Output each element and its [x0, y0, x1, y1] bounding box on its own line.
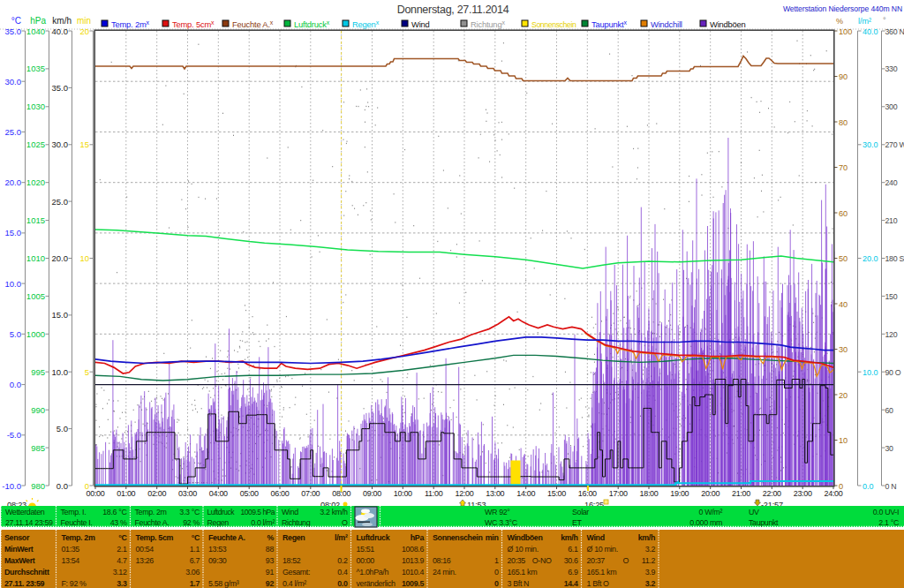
svg-text:15.0: 15.0	[5, 228, 22, 237]
svg-text:07:00: 07:00	[301, 489, 320, 498]
svg-text:°C: °C	[118, 533, 127, 542]
svg-text:17:00: 17:00	[609, 489, 628, 498]
svg-text:15:51: 15:51	[357, 545, 375, 554]
svg-text:330: 330	[885, 64, 898, 73]
svg-text:0: 0	[494, 568, 499, 577]
svg-text:1.1: 1.1	[190, 545, 200, 554]
svg-text:18:00: 18:00	[639, 489, 658, 498]
svg-text:0: 0	[494, 579, 499, 588]
svg-text:F: 92 %: F: 92 %	[62, 579, 87, 588]
svg-text:10: 10	[839, 436, 848, 445]
svg-text:Regen: Regen	[282, 533, 305, 542]
svg-text:985: 985	[31, 443, 45, 453]
svg-text:13:00: 13:00	[486, 489, 504, 498]
svg-text:270 W: 270 W	[885, 140, 904, 149]
svg-text:30.0: 30.0	[5, 77, 22, 87]
svg-text:30.6: 30.6	[564, 556, 578, 565]
svg-text:30: 30	[885, 444, 894, 453]
svg-text:°: °	[883, 16, 886, 25]
svg-text:00:54: 00:54	[136, 545, 154, 554]
svg-text:980: 980	[31, 481, 45, 491]
svg-text:veränderlich: veränderlich	[357, 579, 396, 588]
svg-text:6.7: 6.7	[190, 556, 200, 565]
svg-text:Sensor: Sensor	[4, 533, 30, 542]
svg-text:0.4 l/m²: 0.4 l/m²	[282, 579, 306, 588]
svg-text:MinWert: MinWert	[4, 545, 34, 554]
svg-text:35.0: 35.0	[52, 83, 69, 93]
svg-text:04:00: 04:00	[209, 489, 228, 498]
svg-text:Richtungx: Richtungx	[471, 19, 505, 29]
svg-text:Windchill: Windchill	[651, 19, 682, 29]
svg-text:12:00: 12:00	[455, 489, 473, 498]
svg-text:Feuchte A.: Feuchte A.	[135, 518, 170, 527]
svg-text:25.0: 25.0	[5, 127, 22, 137]
svg-text:1 Bft O: 1 Bft O	[587, 579, 610, 588]
svg-text:Wetterdaten: Wetterdaten	[5, 508, 45, 516]
svg-text:ET: ET	[572, 518, 583, 527]
svg-text:13:53: 13:53	[208, 545, 227, 554]
svg-text:20: 20	[79, 26, 89, 36]
svg-text:Solar: Solar	[572, 508, 589, 516]
svg-text:240: 240	[885, 178, 898, 187]
svg-text:WR 92°: WR 92°	[485, 508, 510, 516]
svg-text:1010.4: 1010.4	[402, 568, 424, 577]
svg-text:2.1: 2.1	[117, 545, 127, 554]
svg-text:1000: 1000	[26, 329, 45, 339]
svg-text:^1.0hPa/h: ^1.0hPa/h	[357, 568, 389, 577]
svg-text:0.2: 0.2	[337, 556, 348, 565]
svg-text:40: 40	[839, 300, 848, 309]
svg-text:Luftdruckx: Luftdruckx	[294, 19, 330, 29]
svg-text:%: %	[267, 533, 274, 542]
svg-text:10.0: 10.0	[863, 368, 878, 377]
svg-text:Wetterstation Niedersorpe 440m: Wetterstation Niedersorpe 440m NN	[783, 4, 902, 13]
svg-text:0.4: 0.4	[337, 568, 348, 577]
svg-text:O: O	[622, 556, 629, 565]
svg-text:25.0: 25.0	[52, 197, 69, 207]
svg-text:Wind: Wind	[587, 533, 605, 542]
svg-text:11.2: 11.2	[642, 556, 656, 565]
svg-text:165.1 km: 165.1 km	[587, 568, 617, 577]
svg-text:10.0: 10.0	[5, 279, 22, 289]
svg-text:3 Bft N: 3 Bft N	[508, 579, 530, 588]
svg-text:O-NO: O-NO	[532, 556, 552, 565]
svg-text:3.3: 3.3	[117, 579, 127, 588]
svg-text:3.9: 3.9	[645, 568, 656, 577]
svg-text:09:00: 09:00	[363, 489, 381, 498]
svg-text:92 %: 92 %	[183, 518, 200, 527]
svg-text:20.0: 20.0	[5, 177, 22, 187]
svg-text:0 W/m²: 0 W/m²	[699, 508, 723, 516]
svg-text:0.0: 0.0	[10, 380, 21, 389]
svg-text:09:30: 09:30	[208, 556, 227, 565]
svg-text:01:00: 01:00	[117, 489, 135, 498]
svg-text:20:37: 20:37	[587, 556, 606, 565]
svg-text:13:54: 13:54	[62, 556, 80, 565]
svg-text:°C: °C	[192, 533, 200, 542]
svg-text:6.1: 6.1	[568, 545, 578, 554]
svg-text:80: 80	[839, 118, 848, 127]
svg-text:%: %	[836, 17, 843, 26]
svg-text:14.4: 14.4	[564, 579, 578, 588]
svg-text:3.3 °C: 3.3 °C	[179, 508, 200, 516]
svg-text:100: 100	[839, 27, 852, 36]
svg-text:20:35: 20:35	[508, 556, 526, 565]
svg-text:0 N: 0 N	[885, 482, 897, 491]
svg-text:18.6 °C: 18.6 °C	[102, 508, 127, 516]
svg-text:50: 50	[839, 254, 848, 263]
svg-text:03:00: 03:00	[178, 489, 197, 498]
svg-text:Feuchte A.x: Feuchte A.x	[232, 19, 274, 29]
svg-text:hPa: hPa	[411, 533, 425, 542]
svg-text:Temp. 5cmx: Temp. 5cmx	[172, 19, 215, 29]
svg-text:Windböen: Windböen	[508, 533, 543, 542]
svg-text:210: 210	[885, 216, 898, 225]
svg-text:11:00: 11:00	[425, 489, 443, 498]
svg-text:06:00: 06:00	[270, 489, 289, 498]
svg-text:180 S: 180 S	[885, 254, 904, 263]
svg-text:1020: 1020	[26, 177, 45, 187]
svg-text:15.0: 15.0	[52, 310, 69, 320]
svg-text:150: 150	[885, 292, 898, 301]
svg-text:Sonnenschein: Sonnenschein	[433, 533, 482, 542]
svg-text:2.1 °C: 2.1 °C	[878, 518, 900, 527]
svg-text:Donnerstag, 27.11.2014: Donnerstag, 27.11.2014	[397, 4, 509, 16]
svg-text:27.11. 23:59: 27.11. 23:59	[4, 579, 45, 588]
svg-text:1008.6: 1008.6	[402, 545, 424, 554]
